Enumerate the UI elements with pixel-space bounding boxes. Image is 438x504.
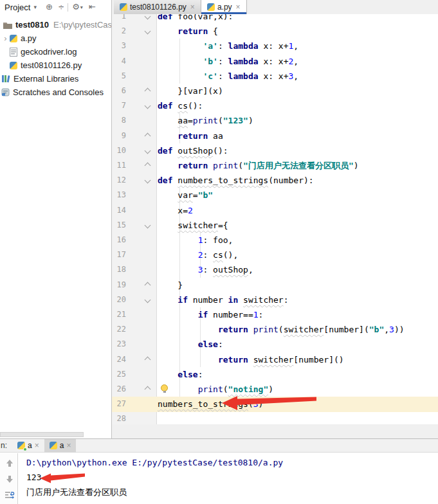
tree-item-label: geckodriver.log <box>21 47 77 57</box>
editor-tab-label: test08101126.py <box>130 3 187 12</box>
code-editor[interactable]: 1def foo(var,x):2 return {3 'a': lambda … <box>112 14 438 438</box>
gear-icon[interactable]: ⚙ <box>72 0 80 14</box>
project-toolwindow-header: Project ▾ ⊕ ÷ ⚙ ▾ ⇤ <box>0 0 111 14</box>
line-number: 23 <box>112 337 126 352</box>
tree-item-label: External Libraries <box>14 74 78 84</box>
code-line-9: return aa <box>158 129 223 143</box>
hide-panel-icon[interactable]: ⇤ <box>89 0 96 14</box>
folder-icon <box>3 21 12 29</box>
python-icon <box>207 3 215 11</box>
line-number: 6 <box>112 84 126 98</box>
close-tab-icon[interactable]: × <box>35 441 39 450</box>
line-number: 3 <box>112 39 126 53</box>
editor-tab-label: a.py <box>217 3 232 12</box>
line-number: 9 <box>112 129 126 143</box>
tree-item-path: E:\py\pytestCase\ <box>53 20 111 30</box>
soft-wrap-icon[interactable] <box>5 490 15 500</box>
line-number: 20 <box>112 292 126 307</box>
line-number: 16 <box>112 233 126 248</box>
line-number: 26 <box>112 382 126 397</box>
line-number: 25 <box>112 367 126 382</box>
project-panel[interactable]: test0810E:\py\pytestCase\›a.pygeckodrive… <box>0 14 111 438</box>
run-tab-label: a <box>60 441 64 450</box>
tree-item-external-libraries[interactable]: External Libraries <box>0 72 111 86</box>
tree-item-test08101126-py[interactable]: test08101126.py <box>0 59 111 72</box>
python-icon <box>10 62 17 69</box>
line-number: 7 <box>112 98 126 113</box>
gear-caret-icon: ▾ <box>80 4 83 10</box>
code-line-25: else: <box>158 367 203 382</box>
code-line-3: 'a': lambda x: x+1, <box>158 39 298 53</box>
code-line-6: }[var](x) <box>158 84 223 98</box>
code-line-16: 1: foo, <box>158 233 233 248</box>
chevron-right-icon[interactable]: › <box>1 33 10 43</box>
line-number: 27 <box>112 397 126 411</box>
close-tab-icon[interactable]: × <box>190 3 195 12</box>
line-number: 10 <box>112 143 126 158</box>
line-number: 8 <box>112 113 126 128</box>
chevron-down-icon[interactable]: ▾ <box>33 4 37 10</box>
pycharm-window: Project ▾ ⊕ ÷ ⚙ ▾ ⇤ test08101126.py×a.py… <box>0 0 438 504</box>
tree-item-test0810[interactable]: test0810E:\py\pytestCase\ <box>0 18 111 32</box>
scroll-up-icon[interactable] <box>5 458 15 469</box>
run-tab-a-1[interactable]: a× <box>12 439 44 453</box>
tree-item-geckodriver-log[interactable]: geckodriver.log <box>0 45 111 59</box>
run-tab-label: a <box>28 441 32 450</box>
editor-hscrollbar-track[interactable] <box>112 424 438 438</box>
python-icon <box>10 35 17 42</box>
console-toolbar <box>0 453 18 504</box>
run-toolwindow: n: a×a× D:\python\ <box>0 438 438 504</box>
editor-tab-test08101126.py[interactable]: test08101126.py× <box>114 0 201 14</box>
code-line-11: return print("门店用户无法查看分区职员") <box>158 158 359 173</box>
line-number: 24 <box>112 352 126 367</box>
tree-item-a-py[interactable]: ›a.py <box>0 32 111 45</box>
locate-file-icon[interactable]: ⊕ <box>46 0 53 14</box>
console-output[interactable]: D:\python\python.exe E:/py/pytestCase/te… <box>19 453 438 504</box>
libraries-icon <box>1 75 10 83</box>
run-toolwindow-label: n: <box>1 441 7 450</box>
scroll-down-icon[interactable] <box>5 474 15 484</box>
line-number: 22 <box>112 322 126 337</box>
code-line-13: var="b" <box>158 188 213 203</box>
line-number: 11 <box>112 158 126 173</box>
close-tab-icon[interactable]: × <box>236 3 241 12</box>
python-icon <box>17 442 25 449</box>
tree-item-label: test0810 <box>15 20 49 30</box>
project-hscrollbar-thumb[interactable] <box>0 432 84 437</box>
line-number: 12 <box>112 173 126 188</box>
intention-bulb-icon[interactable] <box>161 384 168 392</box>
line-number: 14 <box>112 203 126 218</box>
line-number: 4 <box>112 54 126 69</box>
line-number: 17 <box>112 248 126 262</box>
editor-tab-a.py[interactable]: a.py× <box>201 0 247 14</box>
run-console[interactable]: D:\python\python.exe E:/py/pytestCase/te… <box>0 453 438 504</box>
run-tab-a-2[interactable]: a× <box>44 439 77 453</box>
console-line-3: 门店用户无法查看分区职员 <box>26 485 438 500</box>
log-icon <box>10 48 17 57</box>
tree-item-scratches-and-consoles[interactable]: Scratches and Consoles <box>0 86 111 99</box>
code-line-22: return print(switcher[number]("b",3)) <box>158 322 405 337</box>
code-line-21: if number==1: <box>158 307 263 322</box>
code-line-12: def numbers_to_strings(number): <box>158 173 314 188</box>
console-line-1: D:\python\python.exe E:/py/pytestCase/te… <box>26 455 438 470</box>
python-icon <box>120 3 127 11</box>
panel-splitter[interactable] <box>111 0 112 438</box>
line-number: 18 <box>112 262 126 277</box>
tree-item-label: test08101126.py <box>21 60 82 70</box>
code-line-19: } <box>158 278 183 292</box>
project-tree: test0810E:\py\pytestCase\›a.pygeckodrive… <box>0 18 111 99</box>
code-line-7: def cs(): <box>158 98 203 113</box>
code-line-1: def foo(var,x): <box>158 14 233 24</box>
console-line-2: 123 <box>26 470 438 485</box>
code-line-24: return switcher[number]() <box>158 352 344 367</box>
collapse-all-icon[interactable]: ÷ <box>59 0 64 14</box>
code-line-27: numbers_to_strings(3) <box>158 397 263 411</box>
run-tab-bar: n: a×a× <box>0 439 438 453</box>
running-dot <box>23 447 27 451</box>
code-line-8: aa=print("123") <box>158 113 253 128</box>
line-number: 2 <box>112 24 126 39</box>
close-tab-icon[interactable]: × <box>66 441 71 450</box>
top-bar: Project ▾ ⊕ ÷ ⚙ ▾ ⇤ test08101126.py×a.py… <box>0 0 438 14</box>
code-line-26: print("noting") <box>158 382 273 397</box>
code-line-20: if number in switcher: <box>158 292 289 307</box>
